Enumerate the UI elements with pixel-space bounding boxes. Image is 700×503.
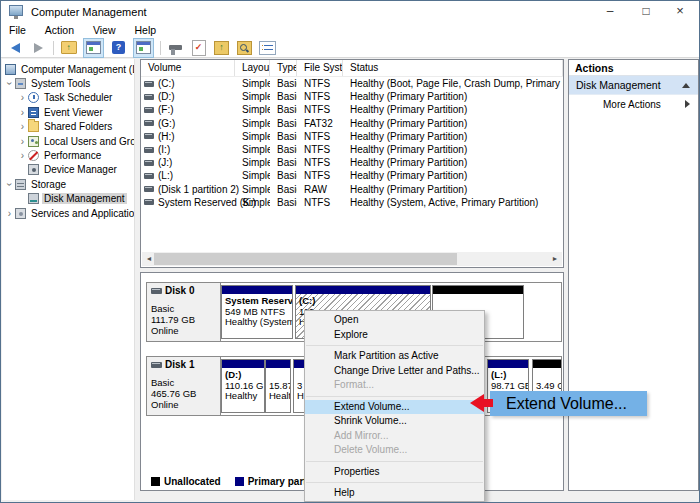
search-folder-icon[interactable] bbox=[236, 40, 253, 56]
chevron-expanded-icon[interactable]: › bbox=[4, 179, 15, 190]
scrollbar-thumb[interactable] bbox=[154, 253, 457, 265]
partition-title bbox=[269, 370, 290, 381]
context-menu-item-change-drive-letter[interactable]: Change Drive Letter and Paths... bbox=[305, 364, 484, 379]
unallocated-color-swatch bbox=[151, 477, 160, 486]
volume-fs: NTFS bbox=[297, 78, 343, 89]
partition-d-drive[interactable]: (D:) 110.16 G Healthy bbox=[221, 359, 265, 413]
volume-type: Basic bbox=[270, 157, 297, 168]
table-row[interactable]: (F:) Simple Basic NTFS Healthy (Primary … bbox=[141, 103, 563, 116]
menu-file[interactable]: File bbox=[1, 23, 34, 36]
legend-label: Unallocated bbox=[164, 476, 221, 487]
shared-folders-icon bbox=[28, 121, 39, 132]
actions-group-disk-management[interactable]: Disk Management bbox=[569, 76, 698, 95]
chevron-collapsed-icon[interactable]: › bbox=[17, 136, 28, 147]
back-icon[interactable] bbox=[7, 40, 24, 56]
table-row[interactable]: (C:) Simple Basic NTFS Healthy (Boot, Pa… bbox=[141, 77, 563, 90]
table-row[interactable]: System Reserved (K:) Simple Basic NTFS H… bbox=[141, 196, 563, 209]
table-row[interactable]: (L:) Simple Basic NTFS Healthy (Primary … bbox=[141, 169, 563, 182]
scroll-right-icon[interactable]: ► bbox=[548, 252, 562, 266]
context-menu-item-explore[interactable]: Explore bbox=[305, 328, 484, 343]
minimize-button[interactable]: – bbox=[593, 1, 627, 23]
table-row[interactable]: (D:) Simple Basic NTFS Healthy (Primary … bbox=[141, 90, 563, 103]
volume-layout: Simple bbox=[235, 131, 270, 142]
partition-15gb[interactable]: 15.87 ( Health bbox=[265, 359, 291, 413]
context-menu-item-properties[interactable]: Properties bbox=[305, 465, 484, 480]
context-menu-item-open[interactable]: Open bbox=[305, 313, 484, 328]
context-menu-item-shrink-volume[interactable]: Shrink Volume... bbox=[305, 414, 484, 429]
volume-fs: NTFS bbox=[297, 197, 343, 208]
menu-help[interactable]: Help bbox=[126, 23, 164, 36]
table-row[interactable]: (Disk 1 partition 2) Simple Basic RAW He… bbox=[141, 183, 563, 196]
task-scheduler-icon bbox=[28, 92, 39, 103]
chevron-expanded-icon[interactable]: › bbox=[4, 78, 15, 89]
horizontal-scrollbar[interactable]: ◄ ► bbox=[142, 252, 562, 266]
sidebar-item-system-tools[interactable]: › System Tools bbox=[2, 76, 134, 90]
computer-management-window: Computer Management – □ × File Action Vi… bbox=[0, 0, 700, 503]
chevron-collapsed-icon[interactable]: › bbox=[17, 150, 28, 161]
export-list-icon[interactable]: ↑ bbox=[213, 40, 230, 56]
context-menu-item-help[interactable]: Help bbox=[305, 486, 484, 501]
disk-status: Online bbox=[151, 326, 216, 336]
table-row[interactable]: (J:) Simple Basic NTFS Healthy (Primary … bbox=[141, 156, 563, 169]
chevron-collapsed-icon[interactable]: › bbox=[17, 92, 28, 103]
menu-view[interactable]: View bbox=[85, 23, 124, 36]
chevron-collapsed-icon[interactable]: › bbox=[17, 107, 28, 118]
sidebar-item-disk-management[interactable]: › Disk Management bbox=[2, 192, 134, 206]
menu-action[interactable]: Action bbox=[37, 23, 82, 36]
column-header-layout[interactable]: Layout bbox=[235, 60, 270, 76]
partition-title: (L:) bbox=[491, 370, 528, 381]
volume-layout: Simple bbox=[235, 197, 270, 208]
table-row[interactable]: (I:) Simple Basic NTFS Healthy (Primary … bbox=[141, 143, 563, 156]
sidebar-item-storage[interactable]: › Storage bbox=[2, 177, 134, 191]
partition-color-bar bbox=[266, 360, 290, 368]
forward-icon[interactable] bbox=[30, 40, 47, 56]
table-row[interactable]: (H:) Simple Basic NTFS Healthy (Primary … bbox=[141, 130, 563, 143]
volume-type: Basic bbox=[270, 144, 297, 155]
submenu-arrow-icon bbox=[685, 100, 690, 108]
up-folder-icon[interactable]: ↑ bbox=[60, 40, 77, 56]
menu-separator bbox=[306, 482, 483, 483]
sidebar-item-label: Task Scheduler bbox=[42, 92, 114, 103]
partition-color-bar bbox=[222, 360, 264, 368]
volume-status: Healthy (Primary Partition) bbox=[343, 157, 563, 168]
title-bar: Computer Management – □ × bbox=[1, 1, 699, 23]
disk-0-label[interactable]: Disk 0 Basic 111.79 GB Online bbox=[147, 283, 221, 341]
sidebar-item-performance[interactable]: › Performance bbox=[2, 148, 134, 162]
disk-1-label[interactable]: Disk 1 Basic 465.76 GB Online bbox=[147, 357, 221, 415]
context-menu-item-extend-volume[interactable]: Extend Volume... bbox=[305, 400, 484, 415]
console-tool-icon[interactable] bbox=[167, 40, 184, 56]
sidebar-item-services-and-applications[interactable]: › Services and Applications bbox=[2, 206, 134, 220]
help-icon[interactable]: ? bbox=[110, 40, 127, 56]
more-actions-item[interactable]: More Actions bbox=[569, 95, 698, 113]
menu-separator bbox=[306, 345, 483, 346]
column-header-status[interactable]: Status bbox=[343, 60, 563, 76]
context-menu-item-mark-partition-active[interactable]: Mark Partition as Active bbox=[305, 349, 484, 364]
more-actions-label: More Actions bbox=[603, 99, 661, 110]
column-header-file-system[interactable]: File System bbox=[297, 60, 343, 76]
partition-system-reserved[interactable]: System Reserve 549 MB NTFS Healthy (Syst… bbox=[221, 285, 293, 339]
sidebar-item-device-manager[interactable]: › Device Manager bbox=[2, 163, 134, 177]
chevron-collapsed-icon[interactable]: › bbox=[17, 121, 28, 132]
maximize-button[interactable]: □ bbox=[629, 1, 663, 23]
show-action-pane-icon[interactable] bbox=[133, 38, 154, 58]
sidebar-item-shared-folders[interactable]: › Shared Folders bbox=[2, 120, 134, 134]
show-console-tree-icon[interactable] bbox=[83, 38, 104, 58]
close-button[interactable]: × bbox=[663, 1, 697, 23]
checkmark-document-icon[interactable]: ✓ bbox=[190, 40, 207, 56]
column-header-volume[interactable]: Volume bbox=[141, 60, 235, 76]
column-header-type[interactable]: Type bbox=[270, 60, 297, 76]
context-menu-item-delete-volume: Delete Volume... bbox=[305, 443, 484, 458]
sidebar-item-computer-management[interactable]: Computer Management (Local bbox=[2, 62, 134, 76]
chevron-collapsed-icon[interactable]: › bbox=[4, 208, 15, 219]
volume-fs: NTFS bbox=[297, 91, 343, 102]
properties-panel-icon[interactable] bbox=[259, 40, 276, 56]
volume-type: Basic bbox=[270, 170, 297, 181]
actions-pane: Actions Disk Management More Actions bbox=[568, 59, 699, 491]
partition-color-bar bbox=[533, 360, 561, 368]
sidebar-item-task-scheduler[interactable]: › Task Scheduler bbox=[2, 91, 134, 105]
table-row[interactable]: (G:) Simple Basic FAT32 Healthy (Primary… bbox=[141, 117, 563, 130]
collapse-icon[interactable] bbox=[682, 83, 690, 88]
partition-title: (C:) bbox=[299, 296, 430, 307]
sidebar-item-local-users-and-groups[interactable]: › Local Users and Groups bbox=[2, 134, 134, 148]
sidebar-item-event-viewer[interactable]: › Event Viewer bbox=[2, 105, 134, 119]
